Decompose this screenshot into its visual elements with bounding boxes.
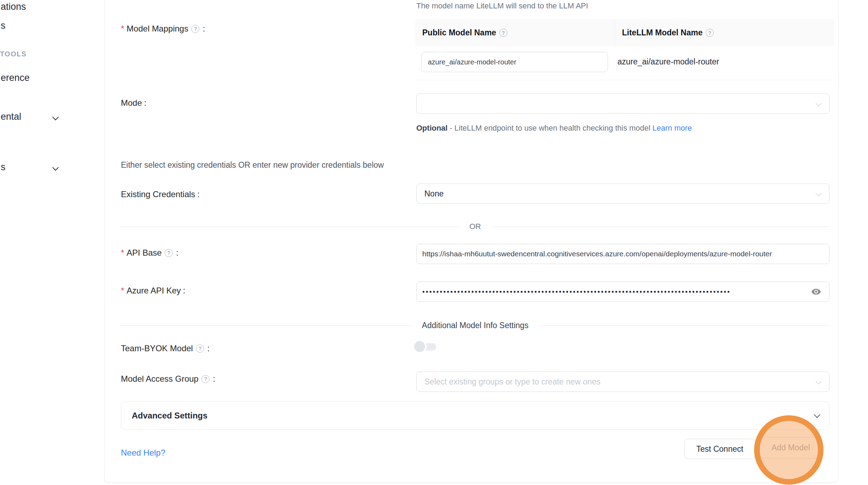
label-text: Mode [121,98,142,108]
table-row: azure_ai/azure-model-router [415,46,834,80]
sidebar-item-label: ental [1,111,21,122]
chevron-down-icon [816,379,822,384]
chevron-down-icon [814,411,820,418]
helper-body: - LiteLLM endpoint to use when health ch… [447,124,652,132]
mode-helper-text: Optional - LiteLLM endpoint to use when … [416,121,705,136]
team-byok-toggle[interactable] [414,341,437,352]
need-help-link[interactable]: Need Help? [121,448,165,458]
help-glyph: ? [204,376,207,382]
label-text: Model Access Group [121,374,198,384]
sidebar-item-inference[interactable]: erence [1,72,30,83]
helper-bold: Optional [416,124,447,132]
divider-line [538,325,829,326]
model-name-helper: The model name LiteLLM will send to the … [416,1,588,11]
colon: : [183,286,185,296]
help-icon[interactable]: ? [706,29,714,37]
existing-credentials-label: Existing Credentials : [121,189,200,199]
divider-line [491,227,830,227]
model-mappings-label: * Model Mappings ? : [121,24,205,34]
help-icon[interactable]: ? [201,375,210,383]
advanced-settings-title: Advanced Settings [132,411,207,421]
required-marker: * [121,248,124,258]
chevron-down-icon [52,114,59,120]
help-glyph: ? [502,30,505,36]
public-model-name-input[interactable] [421,52,608,72]
help-glyph: ? [194,26,197,32]
label-text: Azure API Key [127,286,181,296]
azure-api-key-input[interactable] [416,282,829,302]
colon: : [203,24,205,34]
add-model-button[interactable]: Add Model [760,437,822,458]
advanced-settings-panel[interactable]: Advanced Settings [121,401,829,430]
label-text: Existing Credentials [121,189,195,199]
label-text: Team-BYOK Model [121,344,193,353]
or-text: OR [470,222,481,231]
model-access-group-placeholder: Select existing groups or type to create… [424,377,600,387]
or-divider: OR [121,221,829,232]
chevron-down-icon [52,164,59,171]
colon: : [213,374,215,384]
add-model-form-card: The model name LiteLLM will send to the … [104,0,839,483]
help-icon[interactable]: ? [499,29,507,37]
existing-credentials-select[interactable]: None [416,183,829,204]
model-mappings-table: Public Model Name ? LiteLLM Model Name ?… [415,19,834,80]
additional-settings-divider: Additional Model Info Settings [121,320,829,331]
api-base-label: * API Base ? : [121,248,178,258]
divider-title: Additional Model Info Settings [422,321,528,330]
divider-line [121,227,460,227]
sidebar-section-tools: TOOLS [0,50,27,58]
test-connect-button[interactable]: Test Connect [684,439,755,459]
column-header-litellm-model-name: LiteLLM Model Name ? [615,28,834,37]
sidebar-item[interactable]: s [1,20,6,31]
column-header-label: LiteLLM Model Name [622,28,703,37]
help-icon[interactable]: ? [165,249,173,257]
team-byok-label: Team-BYOK Model ? : [121,344,210,353]
api-base-input[interactable] [416,244,829,264]
sidebar: ations s TOOLS erence ental s [0,0,104,485]
colon: : [197,189,200,199]
chevron-down-icon [816,190,822,196]
required-marker: * [121,24,124,34]
table-header: Public Model Name ? LiteLLM Model Name ? [415,19,834,46]
mode-select[interactable] [416,93,829,114]
model-access-group-label: Model Access Group ? : [121,374,215,384]
sidebar-item-label: erence [1,72,30,83]
divider-line [121,325,412,326]
colon: : [144,98,146,108]
colon: : [207,344,210,353]
credentials-note: Either select existing credentials OR en… [121,160,384,170]
column-header-label: Public Model Name [422,28,496,37]
chevron-down-icon [816,101,822,106]
help-glyph: ? [168,250,171,256]
colon: : [176,248,178,258]
help-icon[interactable]: ? [196,345,204,353]
label-text: API Base [127,248,162,258]
sidebar-item-experimental[interactable]: ental [1,111,21,122]
litellm-model-name-value: azure_ai/azure-model-router [617,57,719,67]
help-icon[interactable]: ? [191,25,199,33]
help-glyph: ? [708,30,711,36]
model-access-group-select[interactable]: Select existing groups or type to create… [416,372,829,392]
sidebar-item-label: s [1,20,6,31]
sidebar-item-label: ations [1,1,26,12]
required-marker: * [121,286,124,296]
toggle-handle [414,341,425,352]
label-text: Model Mappings [127,24,188,34]
toggle-password-visibility-icon[interactable] [811,286,821,297]
existing-credentials-value: None [424,189,444,199]
sidebar-item-settings[interactable]: s [1,162,6,173]
learn-more-link[interactable]: Learn more [652,124,692,132]
sidebar-item-organizations[interactable]: ations [1,1,26,12]
sidebar-item-label: s [1,162,6,172]
mode-label: Mode : [121,98,146,108]
help-glyph: ? [199,346,202,351]
column-header-public-model-name: Public Model Name ? [415,19,615,46]
azure-api-key-label: * Azure API Key : [121,286,185,296]
eye-icon [811,286,821,297]
